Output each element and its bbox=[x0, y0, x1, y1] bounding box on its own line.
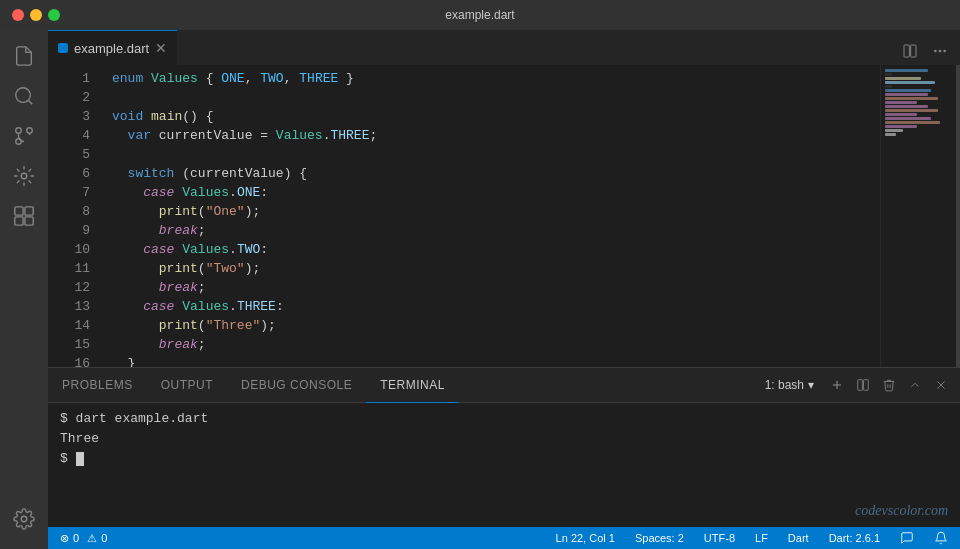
svg-rect-7 bbox=[25, 207, 33, 215]
svg-point-0 bbox=[16, 88, 31, 103]
code-line-14: print("Three"); bbox=[112, 316, 880, 335]
warning-count: 0 bbox=[101, 532, 107, 544]
code-line-4: var currentValue = Values.THREE; bbox=[112, 126, 880, 145]
svg-line-1 bbox=[28, 100, 32, 104]
split-terminal-button[interactable] bbox=[852, 376, 874, 394]
code-line-12: break; bbox=[112, 278, 880, 297]
status-left: ⊗ 0 ⚠ 0 bbox=[56, 532, 111, 545]
terminal-content[interactable]: $ dart example.dart Three $ codevscolor.… bbox=[48, 403, 960, 527]
maximize-panel-button[interactable] bbox=[904, 376, 926, 394]
window-controls bbox=[12, 9, 60, 21]
encoding-label: UTF-8 bbox=[704, 532, 735, 544]
svg-point-10 bbox=[21, 516, 27, 522]
code-line-9: break; bbox=[112, 221, 880, 240]
code-line-10: case Values.TWO: bbox=[112, 240, 880, 259]
minimize-dot[interactable] bbox=[30, 9, 42, 21]
svg-point-15 bbox=[943, 50, 946, 53]
spaces-label: Spaces: 2 bbox=[635, 532, 684, 544]
terminal-line-2: Three bbox=[60, 429, 948, 449]
window-title: example.dart bbox=[445, 8, 514, 22]
editor-content[interactable]: 1 2 3 4 5 6 7 8 9 10 11 12 13 14 15 16 1… bbox=[48, 65, 960, 367]
notifications-button[interactable] bbox=[930, 531, 952, 545]
svg-point-2 bbox=[16, 128, 22, 134]
panel-tab-actions: 1: bash ▾ bbox=[757, 376, 960, 394]
close-dot[interactable] bbox=[12, 9, 24, 21]
language-mode[interactable]: Dart bbox=[784, 532, 813, 544]
minimap-scrollbar[interactable] bbox=[956, 65, 960, 367]
panel-tabs: PROBLEMS OUTPUT DEBUG CONSOLE TERMINAL 1… bbox=[48, 368, 960, 403]
debug-icon[interactable] bbox=[6, 158, 42, 194]
dart-file-icon bbox=[58, 43, 68, 53]
code-line-1: enum Values { ONE, TWO, THREE } bbox=[112, 69, 880, 88]
panel: PROBLEMS OUTPUT DEBUG CONSOLE TERMINAL 1… bbox=[48, 367, 960, 527]
svg-point-3 bbox=[27, 128, 33, 134]
code-line-2 bbox=[112, 88, 880, 107]
more-actions-icon[interactable] bbox=[928, 41, 952, 65]
line-numbers: 1 2 3 4 5 6 7 8 9 10 11 12 13 14 15 16 1… bbox=[48, 65, 100, 367]
svg-point-13 bbox=[934, 50, 937, 53]
errors-status[interactable]: ⊗ 0 ⚠ 0 bbox=[56, 532, 111, 545]
sdk-label: Dart: 2.6.1 bbox=[829, 532, 880, 544]
extensions-icon[interactable] bbox=[6, 198, 42, 234]
tab-problems[interactable]: PROBLEMS bbox=[48, 368, 147, 403]
encoding[interactable]: UTF-8 bbox=[700, 532, 739, 544]
code-line-7: case Values.ONE: bbox=[112, 183, 880, 202]
svg-point-14 bbox=[939, 50, 942, 53]
svg-rect-9 bbox=[25, 217, 33, 225]
terminal-line-1: $ dart example.dart bbox=[60, 409, 948, 429]
code-line-6: switch (currentValue) { bbox=[112, 164, 880, 183]
svg-rect-18 bbox=[858, 380, 863, 391]
feedback-button[interactable] bbox=[896, 531, 918, 545]
source-control-icon[interactable] bbox=[6, 118, 42, 154]
tab-output[interactable]: OUTPUT bbox=[147, 368, 227, 403]
code-line-16: } bbox=[112, 354, 880, 367]
error-icon: ⊗ bbox=[60, 532, 69, 545]
code-line-11: print("Two"); bbox=[112, 259, 880, 278]
status-right: Ln 22, Col 1 Spaces: 2 UTF-8 LF Dart Dar… bbox=[552, 531, 952, 545]
tab-close-button[interactable]: ✕ bbox=[155, 41, 167, 55]
terminal-dropdown[interactable]: 1: bash ▾ bbox=[757, 378, 822, 392]
svg-rect-12 bbox=[911, 45, 916, 57]
tab-label: example.dart bbox=[74, 41, 149, 56]
svg-rect-8 bbox=[15, 217, 23, 225]
indentation[interactable]: Spaces: 2 bbox=[631, 532, 688, 544]
tab-terminal[interactable]: TERMINAL bbox=[366, 368, 459, 403]
cursor-position[interactable]: Ln 22, Col 1 bbox=[552, 532, 619, 544]
editor-container: example.dart ✕ bbox=[48, 30, 960, 549]
svg-rect-19 bbox=[864, 380, 869, 391]
dart-sdk-version[interactable]: Dart: 2.6.1 bbox=[825, 532, 884, 544]
svg-rect-11 bbox=[904, 45, 909, 57]
language-label: Dart bbox=[788, 532, 809, 544]
status-bar: ⊗ 0 ⚠ 0 Ln 22, Col 1 Spaces: 2 UTF-8 LF bbox=[48, 527, 960, 549]
code-line-8: print("One"); bbox=[112, 202, 880, 221]
main-container: example.dart ✕ bbox=[0, 30, 960, 549]
maximize-dot[interactable] bbox=[48, 9, 60, 21]
error-count: 0 bbox=[73, 532, 79, 544]
minimap bbox=[880, 65, 960, 367]
code-area[interactable]: enum Values { ONE, TWO, THREE } void mai… bbox=[100, 65, 880, 367]
activity-bar-bottom bbox=[6, 501, 42, 549]
position-label: Ln 22, Col 1 bbox=[556, 532, 615, 544]
delete-terminal-button[interactable] bbox=[878, 376, 900, 394]
files-icon[interactable] bbox=[6, 38, 42, 74]
terminal-line-3: $ bbox=[60, 449, 948, 469]
code-line-5 bbox=[112, 145, 880, 164]
tab-bar: example.dart ✕ bbox=[48, 30, 960, 65]
title-bar: example.dart bbox=[0, 0, 960, 30]
terminal-dropdown-label: 1: bash bbox=[765, 378, 804, 392]
tab-debug-console[interactable]: DEBUG CONSOLE bbox=[227, 368, 366, 403]
search-icon[interactable] bbox=[6, 78, 42, 114]
settings-icon[interactable] bbox=[6, 501, 42, 537]
new-terminal-button[interactable] bbox=[826, 376, 848, 394]
split-editor-icon[interactable] bbox=[898, 41, 922, 65]
close-panel-button[interactable] bbox=[930, 376, 952, 394]
svg-point-5 bbox=[21, 173, 27, 179]
tab-example-dart[interactable]: example.dart ✕ bbox=[48, 30, 177, 65]
eol[interactable]: LF bbox=[751, 532, 772, 544]
code-line-15: break; bbox=[112, 335, 880, 354]
activity-bar bbox=[0, 30, 48, 549]
minimap-content bbox=[881, 65, 960, 141]
svg-rect-6 bbox=[15, 207, 23, 215]
eol-label: LF bbox=[755, 532, 768, 544]
code-line-13: case Values.THREE: bbox=[112, 297, 880, 316]
